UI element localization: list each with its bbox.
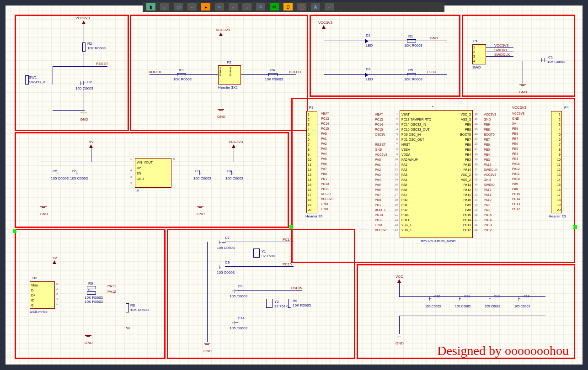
tool-bus[interactable]: ▭	[174, 3, 183, 11]
reg-vout: VCC3V3	[229, 140, 243, 144]
r8	[126, 303, 129, 312]
p1-val: SWD	[472, 65, 481, 69]
r4-ref: R4	[270, 68, 275, 72]
tool-net[interactable]: ┬	[160, 3, 169, 11]
u2-ref: U2	[32, 276, 37, 280]
net-led-gnd: GND	[430, 36, 438, 40]
reg-5v: 5V	[89, 140, 94, 144]
regulator-chip: VIN VOUT BP EN GND	[135, 158, 171, 188]
p2-ref: P2	[227, 60, 231, 64]
c2-ref: C2	[87, 80, 92, 84]
r1-ref: R1	[408, 34, 413, 38]
c1-ref: C1	[548, 55, 553, 59]
tool-text[interactable]: ✉	[270, 3, 279, 11]
r2-val: 10K R0603	[87, 46, 106, 50]
power-vcc3v3	[82, 21, 86, 24]
c2-val: 105 C0603	[75, 86, 93, 90]
r5	[407, 73, 416, 76]
block-leds: VCC3V3 D1 LED R1 10K R0603 GND D2 LED R5…	[310, 15, 460, 97]
net-vcc-boot: VCC3V3	[216, 28, 230, 32]
d2-val: LED	[366, 77, 373, 81]
r1-val: 10K R0603	[404, 43, 422, 48]
net-vcc3v3: VCC3V3	[75, 16, 90, 20]
net-vcc-led: VCC3V3	[318, 21, 332, 25]
cap-c2: ⊦⊢	[80, 80, 87, 86]
p4-ref: P4	[564, 106, 569, 110]
toolbar: ▮ ┬ ▭ ∽ ▸ ≈ ⏚ ⏛ # ✉ D ◯ A ⎓	[143, 2, 444, 12]
r1	[407, 39, 416, 42]
net-boot0: BOOT0	[149, 70, 161, 74]
sw1-ref: SW1	[29, 75, 37, 79]
d1-ref: D1	[366, 33, 370, 37]
tool-directive[interactable]: D	[283, 3, 293, 11]
chip-name: stm32f103c8t6_48pin	[421, 239, 456, 243]
sw1-val: SW-PB_V	[29, 80, 45, 84]
p4-val: Header 20	[549, 214, 566, 218]
d1-val: LED	[366, 43, 373, 48]
watermark: https://blog.csdn.net/oooooohou	[508, 358, 580, 364]
tool-port[interactable]: ▸	[201, 3, 210, 11]
gnd-boot	[217, 109, 225, 111]
header-p2: P2 123456	[218, 65, 241, 85]
tool-place[interactable]: ▮	[146, 3, 155, 11]
gnd-label: GND	[80, 117, 88, 122]
u1-ref: U1	[136, 189, 139, 192]
block-boot: VCC3V3 P2 123456 Header 3X2 BOOT0 R3 10K…	[130, 15, 308, 131]
r4-val: 10K R0603	[265, 77, 283, 81]
tool-sheet[interactable]: ⎓	[325, 3, 334, 11]
p1-ref: P1	[473, 39, 478, 43]
r3-val: 10K R0603	[173, 77, 192, 81]
p3-ref: P3	[309, 106, 314, 110]
r3-ref: R3	[179, 68, 183, 72]
r4	[268, 73, 278, 76]
tool-netlabel[interactable]: ≈	[215, 3, 224, 11]
net-reset: RESET	[96, 62, 108, 66]
u2-val: USB-mrico	[30, 310, 48, 314]
tool-gnd[interactable]: ⏛	[242, 3, 251, 11]
block-osc: ⊦⊢ C7 105 C0603 PC14 Y1 32.768K ⊦⊢ C8 10…	[167, 229, 355, 359]
tool-arc[interactable]: ◯	[297, 3, 306, 11]
r5-ref: R5	[408, 68, 413, 72]
resistor-r2	[82, 42, 86, 52]
block-usb: 5V U2 Vbus D- D+ ID G 5 2 3 4 1 USB-mric…	[15, 229, 166, 359]
block-regulator: 5V VIN VOUT BP EN GND 1 5 4 3 2 U1 VCC3V…	[15, 132, 289, 228]
decouple-vcc: VCC	[396, 275, 403, 279]
gnd-swd	[519, 85, 526, 86]
chip-star: *	[432, 105, 433, 109]
header-p1: 1234	[472, 44, 486, 64]
d2-ref: D2	[366, 67, 370, 71]
tool-note[interactable]: #	[256, 3, 265, 11]
net-boot1: BOOT1	[289, 70, 301, 74]
tool-wire[interactable]: ∽	[187, 3, 197, 11]
gnd-reset	[80, 112, 87, 114]
schematic-canvas[interactable]: ▮ ┬ ▭ ∽ ▸ ≈ ⏚ ⏛ # ✉ D ◯ A ⎓ VCC3V3 R2 10…	[0, 0, 588, 370]
r2-ref: R2	[87, 42, 92, 46]
block-swd: P1 1234 SWD VCC3V3 SWDIO SWDCLK ⊦⊢ C1 10…	[462, 15, 575, 97]
r9	[288, 299, 291, 308]
r7	[87, 291, 96, 295]
block-reset: VCC3V3 R2 10K R0603 RESET SW1 SW-PB_V ⊦⊢…	[15, 15, 129, 131]
designed-by-label: Designed by ooooooohou	[437, 344, 569, 358]
p3-val: Header 20	[305, 214, 322, 218]
net-pc13: PC13	[427, 70, 436, 74]
tool-text2[interactable]: A	[311, 3, 320, 11]
usb-conn: Vbus D- D+ ID G	[30, 281, 55, 309]
c1-val: 105 C0603	[547, 60, 565, 64]
tool-power[interactable]: ⏚	[229, 3, 238, 11]
r5-val: 10K R0603	[404, 77, 422, 81]
r3	[177, 73, 186, 76]
